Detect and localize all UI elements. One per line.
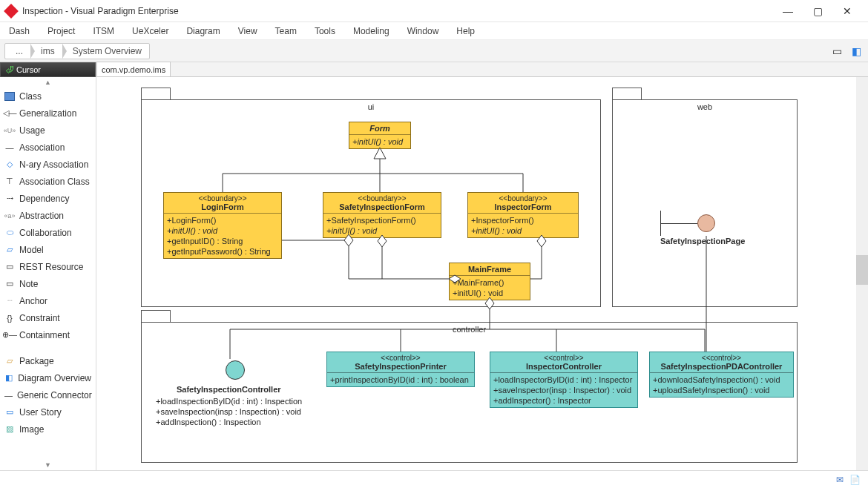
tool-note[interactable]: ▭Note [0,275,96,292]
package-icon: ▱ [4,357,15,366]
menu-dash[interactable]: Dash [9,26,30,36]
tool-rest-resource[interactable]: ▭REST Resource [0,258,96,275]
class-mainframe[interactable]: MainFrame +MainFrame() +initUI() : void [449,263,530,300]
tool-generic-connector[interactable]: —Generic Connector [0,386,96,403]
tool-class[interactable]: Class [0,88,96,105]
class-inspectorform[interactable]: <<boundary>>InspectorForm +InspectorForm… [467,192,579,238]
diagram-tab-strip: com.vp.demo.ims [96,62,868,77]
scrollbar-thumb[interactable] [856,255,868,285]
package-web[interactable]: web [612,99,798,307]
usage-icon: «U» [4,126,15,135]
menu-diagram[interactable]: Diagram [186,26,220,36]
containment-icon: ⊕— [4,331,15,340]
menu-window[interactable]: Window [407,26,439,36]
format-painter-icon[interactable]: ▭ [829,44,844,59]
class-form[interactable]: Form +initUI() : void [349,122,411,149]
tool-user-story[interactable]: ▭User Story [0,403,96,421]
menu-modeling[interactable]: Modeling [353,26,389,36]
tool-anchor[interactable]: ┄Anchor [0,292,96,309]
palette-expand-icon[interactable]: ▼ [0,460,96,470]
breadcrumb-row: ... ims System Overview ▭ ◧ [0,40,868,62]
cursor-tool[interactable]: ⮰ Cursor [0,62,96,77]
breadcrumb-ims[interactable]: ims [30,44,62,59]
diagram-canvas[interactable]: ui web controller Form +initUI() : void [96,77,868,470]
status-bar: ✉ 📄 [0,470,868,488]
tool-constraint[interactable]: {}Constraint [0,309,96,326]
canvas-scrollbar[interactable] [856,77,868,470]
dependency-icon: ⤏ [4,194,15,203]
menu-tools[interactable]: Tools [315,26,335,36]
tool-association[interactable]: —Association [0,139,96,156]
menu-uexceler[interactable]: UeXceler [132,26,168,36]
tool-usage[interactable]: «U»Usage [0,122,96,139]
constraint-icon: {} [4,314,15,323]
overview-icon: ◧ [4,374,13,383]
label-safetyinspectioncontroller: SafetyInspectionController [177,385,281,394]
menu-view[interactable]: View [238,26,257,36]
tool-model[interactable]: ▱Model [0,241,96,258]
model-icon: ▱ [4,245,15,254]
tool-dependency[interactable]: ⤏Dependency [0,190,96,207]
breadcrumb-root[interactable]: ... [5,44,30,59]
class-safetyinspectionpdacontroller[interactable]: <<control>>SafetyInspectionPDAController… [649,352,794,398]
label-safetyinspectionpage: SafetyInspectionPage [660,237,745,245]
breadcrumb[interactable]: ... ims System Overview [4,43,150,59]
class-inspectorcontroller[interactable]: <<control>>InspectorController +loadInsp… [490,352,638,408]
title-bar: Inspection - Visual Paradigm Enterprise … [0,0,868,22]
tool-image[interactable]: ▨Image [0,421,96,438]
tool-collaboration[interactable]: ⬭Collaboration [0,224,96,241]
menu-help[interactable]: Help [456,26,475,36]
maximize-button[interactable]: ▢ [803,0,832,22]
note-icon: ▭ [4,280,15,288]
collaboration-icon: ⬭ [4,228,15,237]
rest-icon: ▭ [4,263,15,271]
class-safetyinspectioncontroller[interactable] [215,359,245,381]
menu-project[interactable]: Project [47,26,75,36]
tool-package[interactable]: ▱Package [0,352,96,369]
image-icon: ▨ [4,425,15,434]
window-title: Inspection - Visual Paradigm Enterprise [22,6,773,16]
note-status-icon[interactable]: 📄 [849,475,861,485]
breadcrumb-current[interactable]: System Overview [62,44,149,59]
menu-team[interactable]: Team [275,26,297,36]
tool-nary-association[interactable]: ◇N-ary Association [0,156,96,173]
tool-diagram-overview[interactable]: ◧Diagram Overview [0,369,96,386]
assoc-class-icon: ⊤ [4,177,15,186]
minimize-button[interactable]: — [773,0,803,22]
tool-abstraction[interactable]: «a»Abstraction [0,207,96,224]
tool-palette: ⮰ Cursor ▲ Class ◁—Generalization «U»Usa… [0,62,96,470]
close-button[interactable]: ✕ [832,0,862,22]
cursor-icon: ⮰ [5,65,13,74]
ops-safetyinspectioncontroller: +loadInspectionByID(id : int) : Inspecti… [156,396,302,427]
class-safetyinspectionform[interactable]: <<boundary>>SafetyInspectionForm +Safety… [323,192,441,238]
class-safetyinspectionprinter[interactable]: <<control>>SafetyInspectionPrinter +prin… [326,352,475,387]
association-icon: — [4,143,15,152]
userstory-icon: ▭ [4,408,15,417]
tool-association-class[interactable]: ⊤Association Class [0,173,96,190]
palette-collapse-icon[interactable]: ▲ [0,77,96,88]
menu-itsm[interactable]: ITSM [93,26,114,36]
class-icon [4,92,15,101]
app-icon [4,4,19,19]
diagram-tab[interactable]: com.vp.demo.ims [96,62,171,76]
menu-bar: Dash Project ITSM UeXceler Diagram View … [0,22,868,40]
connector-icon: — [4,391,13,400]
overview-icon[interactable]: ◧ [849,44,864,59]
mail-icon[interactable]: ✉ [836,475,844,485]
generalization-icon: ◁— [4,109,15,118]
anchor-icon: ┄ [4,297,15,306]
tool-generalization[interactable]: ◁—Generalization [0,105,96,122]
tool-containment[interactable]: ⊕—Containment [0,326,96,343]
nary-icon: ◇ [4,160,15,169]
class-loginform[interactable]: <<boundary>>LoginForm +LoginForm() +init… [163,192,282,259]
abstraction-icon: «a» [4,211,15,220]
